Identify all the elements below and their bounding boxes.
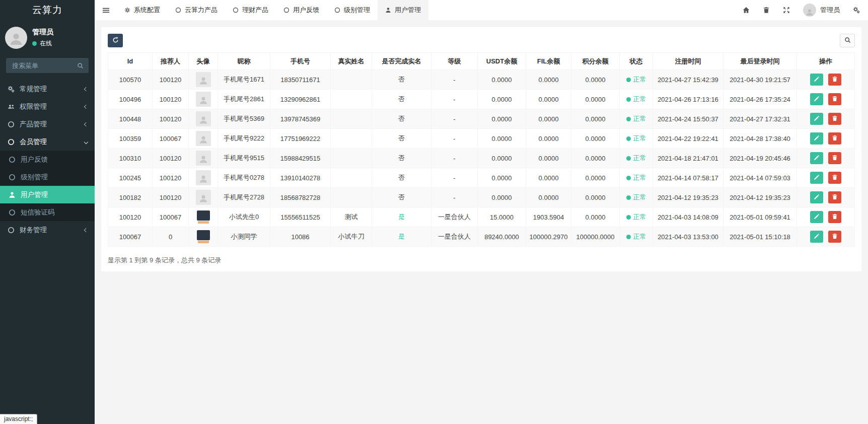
search-toggle-button[interactable]	[840, 34, 855, 47]
cell-real-name	[331, 70, 372, 90]
delete-button[interactable]	[828, 152, 841, 164]
edit-button[interactable]	[810, 93, 823, 105]
sidebar-item-member-management[interactable]: 会员管理	[0, 133, 95, 151]
tab-wealth-products[interactable]: 理财产品	[225, 0, 276, 20]
cell-level: -	[431, 168, 478, 188]
sidebar-item-label: 常规管理	[20, 85, 47, 94]
avatar-photo[interactable]	[197, 230, 210, 243]
sidebar-item-user-management[interactable]: 用户管理	[0, 186, 95, 203]
table-row: 100120 100067 小试先生0 15556511525 测试 是 一星合…	[108, 207, 855, 227]
status-dot-icon	[626, 235, 631, 239]
person-icon	[198, 115, 208, 126]
menu-search-input[interactable]	[11, 61, 77, 70]
cell-register-time: 2021-04-24 15:50:37	[653, 109, 724, 129]
delete-button[interactable]	[828, 132, 841, 145]
cell-actions	[797, 70, 855, 90]
top-tabs: 系统配置云算力产品理财产品用户反馈级别管理用户管理	[117, 0, 428, 20]
cell-fil-balance: 0.0000	[526, 149, 571, 168]
edit-button[interactable]	[810, 231, 823, 243]
refresh-icon	[112, 37, 119, 45]
column-header: 注册时间	[653, 53, 724, 70]
cell-actions	[797, 109, 855, 129]
edit-button[interactable]	[810, 113, 823, 125]
users-icon	[7, 103, 15, 110]
cell-verified: 否	[372, 129, 431, 149]
sidebar-item-permission-management[interactable]: 权限管理	[0, 98, 95, 115]
status-dot-icon	[626, 195, 631, 200]
content: Id推荐人头像昵称手机号真实姓名是否完成实名等级USDT余额FIL余额积分余额状…	[95, 20, 868, 424]
cell-level: -	[431, 109, 478, 129]
status-badge: 正常	[626, 134, 646, 143]
circle-icon	[7, 227, 15, 234]
topbar-right: 管理员	[743, 0, 868, 20]
pencil-icon	[814, 155, 820, 162]
trash-icon	[832, 115, 838, 123]
edit-button[interactable]	[810, 152, 823, 164]
cell-id: 100448	[108, 109, 153, 129]
column-header: 手机号	[270, 53, 331, 70]
cell-status: 正常	[620, 109, 653, 129]
sidebar-item-sms-code[interactable]: 短信验证码	[0, 203, 95, 221]
sidebar-item-general-management[interactable]: 常规管理	[0, 80, 95, 98]
cell-verified: 是	[372, 207, 431, 227]
edit-button[interactable]	[810, 211, 823, 223]
cell-verified: 否	[372, 168, 431, 188]
cell-referrer: 100120	[153, 168, 189, 188]
delete-button[interactable]	[828, 113, 841, 125]
search-icon[interactable]	[77, 62, 84, 69]
refresh-button[interactable]	[108, 34, 123, 47]
expand-icon[interactable]	[783, 7, 790, 14]
trash-icon	[832, 135, 838, 143]
tab-user-feedback[interactable]: 用户反馈	[276, 0, 327, 20]
trash-icon[interactable]	[763, 7, 770, 14]
sidebar-item-label: 会员管理	[20, 137, 47, 147]
cell-register-time: 2021-04-27 15:42:39	[653, 70, 724, 90]
cell-nickname: 小试先生0	[218, 207, 270, 227]
cell-phone: 18568782728	[270, 188, 331, 207]
app-root: 云算力 管理员 在线 常规管理权限管理产品管理会员管理用户反馈级别管理用户管理短…	[0, 0, 868, 424]
sidebar-item-product-management[interactable]: 产品管理	[0, 115, 95, 133]
sidebar-item-finance-management[interactable]: 财务管理	[0, 221, 95, 239]
cell-actions	[797, 227, 855, 247]
delete-button[interactable]	[828, 93, 841, 105]
tab-cloud-power-products[interactable]: 云算力产品	[168, 0, 225, 20]
delete-button[interactable]	[828, 211, 841, 223]
edit-button[interactable]	[810, 74, 823, 86]
gears-icon[interactable]	[853, 7, 860, 14]
tab-label: 云算力产品	[185, 6, 218, 15]
cell-referrer: 100120	[153, 188, 189, 207]
home-icon[interactable]	[743, 7, 750, 14]
table-row: 100496 100120 手机尾号2861 13290962861 否 - 0…	[108, 90, 855, 109]
delete-button[interactable]	[828, 74, 841, 86]
sidebar-item-level-management[interactable]: 级别管理	[0, 168, 95, 186]
avatar-photo[interactable]	[197, 210, 210, 224]
cell-actions	[797, 168, 855, 188]
edit-button[interactable]	[810, 172, 823, 184]
sidebar-item-user-feedback[interactable]: 用户反馈	[0, 151, 95, 168]
tab-user-management[interactable]: 用户管理	[378, 0, 428, 20]
cell-verified: 否	[372, 70, 431, 90]
trash-icon	[832, 174, 838, 182]
cell-real-name	[331, 90, 372, 109]
cell-register-time: 2021-04-03 13:53:00	[653, 227, 724, 247]
tab-level-management[interactable]: 级别管理	[327, 0, 378, 20]
cell-avatar	[189, 207, 218, 227]
delete-button[interactable]	[828, 172, 841, 184]
delete-button[interactable]	[828, 231, 841, 243]
edit-button[interactable]	[810, 132, 823, 145]
avatar-placeholder	[196, 72, 211, 87]
status-badge: 正常	[626, 173, 646, 182]
person-icon	[198, 76, 208, 87]
delete-button[interactable]	[828, 191, 841, 203]
cell-actions	[797, 207, 855, 227]
cell-status: 正常	[620, 207, 653, 227]
cell-level: 一星合伙人	[431, 207, 478, 227]
hamburger-icon[interactable]	[95, 0, 117, 20]
tab-system-config[interactable]: 系统配置	[117, 0, 168, 20]
sidebar-item-label: 产品管理	[20, 120, 47, 129]
edit-button[interactable]	[810, 191, 823, 203]
cell-actions	[797, 188, 855, 207]
cell-register-time: 2021-04-03 14:08:09	[653, 207, 724, 227]
trash-icon	[832, 194, 838, 201]
topbar-user[interactable]: 管理员	[803, 4, 840, 17]
